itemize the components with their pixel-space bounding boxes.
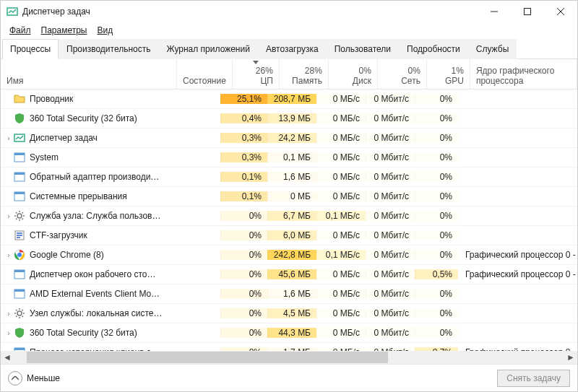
horizontal-scrollbar[interactable]: ◄ ►: [1, 351, 577, 364]
menu-view[interactable]: Вид: [92, 24, 117, 37]
fewer-details-button[interactable]: Меньше: [8, 371, 60, 386]
close-button[interactable]: [544, 1, 577, 22]
cell-memory: 6,7 МБ: [267, 211, 316, 221]
chevron-up-icon: [8, 371, 22, 386]
cell-network: 0 Мбит/с: [366, 172, 415, 182]
svg-rect-11: [14, 192, 25, 194]
cell-cpu: 0,4%: [220, 113, 267, 123]
svg-rect-9: [14, 173, 25, 175]
process-icon: [14, 210, 25, 222]
col-state[interactable]: Состояние: [177, 59, 233, 89]
cell-network: 0 Мбит/с: [366, 191, 415, 201]
cell-cpu: 0%: [220, 230, 267, 240]
process-name: CTF-загрузчик: [30, 230, 87, 240]
process-icon: [14, 269, 25, 280]
tab-processes[interactable]: Процессы: [2, 39, 59, 59]
cell-memory: 4,5 МБ: [267, 308, 316, 318]
cell-gpu-engine: Графический процессор 0 - 3: [458, 250, 577, 260]
scroll-right-icon[interactable]: ►: [564, 351, 577, 364]
cell-network: 0 Мбит/с: [366, 113, 415, 123]
cell-network: 0 Мбит/с: [366, 289, 415, 299]
cell-memory: 0 МБ: [267, 191, 316, 201]
process-name: Проводник: [30, 94, 73, 104]
table-row[interactable]: Обратный адаптер производи…0,1%1,6 МБ0 М…: [1, 167, 577, 187]
process-icon: [14, 191, 25, 202]
cell-cpu: 0%: [220, 211, 267, 221]
table-row[interactable]: Диспетчер окон рабочего сто…0%45,6 МБ0 М…: [1, 265, 577, 284]
table-row[interactable]: Системные прерывания0,1%0 МБ0 МБ/с0 Мбит…: [1, 187, 577, 206]
cell-disk: 0 МБ/с: [316, 328, 366, 338]
cell-disk: 0 МБ/с: [316, 94, 366, 104]
cell-disk: 0 МБ/с: [316, 133, 366, 143]
end-task-button[interactable]: Снять задачу: [497, 370, 570, 387]
tab-apphistory[interactable]: Журнал приложений: [159, 39, 258, 59]
cell-gpu: 0%: [415, 133, 458, 143]
process-name: Системные прерывания: [30, 191, 127, 201]
grid-body[interactable]: Проводник25,1%208,7 МБ0 МБ/с0 Мбит/с0%36…: [1, 90, 577, 351]
cell-network: 0 Мбит/с: [366, 133, 415, 143]
cell-memory: 242,8 МБ: [267, 250, 316, 260]
col-gpu-engine[interactable]: Ядро графического процессора: [470, 59, 577, 89]
maximize-button[interactable]: [511, 1, 544, 22]
process-icon: [14, 288, 25, 300]
cell-gpu: 0%: [415, 211, 458, 221]
svg-rect-2: [525, 9, 531, 15]
svg-point-12: [17, 214, 22, 218]
process-icon: [14, 171, 25, 183]
table-row[interactable]: ›Узел службы: локальная систе…0%4,5 МБ0 …: [1, 304, 577, 323]
scroll-left-icon[interactable]: ◄: [1, 351, 14, 364]
scrollbar-thumb[interactable]: [27, 352, 388, 363]
cell-memory: 6,0 МБ: [267, 230, 316, 240]
table-row[interactable]: ›360 Total Security (32 бита)0%44,3 МБ0 …: [1, 323, 577, 343]
cell-gpu: 0%: [415, 172, 458, 182]
cell-network: 0 Мбит/с: [366, 94, 415, 104]
cell-gpu: 0%: [415, 152, 458, 162]
table-row[interactable]: ›Google Chrome (8)0%242,8 МБ0,1 МБ/с0 Мб…: [1, 245, 577, 265]
cell-cpu: 0%: [220, 269, 267, 279]
col-memory[interactable]: 28%Память: [280, 59, 329, 89]
expand-icon[interactable]: ›: [4, 134, 14, 142]
cell-gpu: 0%: [415, 113, 458, 123]
app-icon: [7, 6, 18, 17]
menubar: Файл Параметры Вид: [1, 22, 577, 38]
col-cpu[interactable]: 26%ЦП: [233, 59, 280, 89]
expand-icon[interactable]: ›: [4, 251, 14, 259]
cell-memory: 208,7 МБ: [267, 94, 316, 104]
col-name[interactable]: Имя: [1, 59, 177, 89]
expand-icon[interactable]: ›: [4, 310, 14, 318]
expand-icon[interactable]: ›: [4, 212, 14, 220]
menu-file[interactable]: Файл: [5, 24, 35, 37]
process-name: Google Chrome (8): [30, 250, 104, 260]
table-row[interactable]: CTF-загрузчик0%6,0 МБ0 МБ/с0 Мбит/с0%: [1, 226, 577, 245]
process-icon: [14, 249, 25, 261]
table-row[interactable]: ›Диспетчер задач0,3%24,2 МБ0 МБ/с0 Мбит/…: [1, 129, 577, 148]
cell-disk: 0 МБ/с: [316, 113, 366, 123]
table-row[interactable]: AMD External Events Client Mo…0%1,6 МБ0 …: [1, 284, 577, 304]
table-row[interactable]: Проводник25,1%208,7 МБ0 МБ/с0 Мбит/с0%: [1, 90, 577, 109]
tab-startup[interactable]: Автозагрузка: [258, 39, 327, 59]
cell-gpu: 0%: [415, 250, 458, 260]
svg-rect-22: [14, 348, 25, 350]
table-row[interactable]: ›Служба узла: Служба пользов…0%6,7 МБ0,1…: [1, 206, 577, 226]
col-network[interactable]: 0%Сеть: [378, 59, 427, 89]
tab-services[interactable]: Службы: [468, 39, 517, 59]
table-row[interactable]: Процесс исполнения клиент-с…0%1,7 МБ0 МБ…: [1, 343, 577, 351]
col-disk[interactable]: 0%Диск: [329, 59, 378, 89]
cell-disk: 0 МБ/с: [316, 172, 366, 182]
tab-users[interactable]: Пользователи: [327, 39, 399, 59]
window-title: Диспетчер задач: [22, 6, 478, 17]
fewer-details-label: Меньше: [27, 373, 60, 383]
cell-memory: 13,9 МБ: [267, 113, 316, 123]
expand-icon[interactable]: ›: [4, 329, 14, 337]
minimize-button[interactable]: [478, 1, 511, 22]
cell-cpu: 25,1%: [220, 94, 267, 104]
menu-options[interactable]: Параметры: [37, 24, 92, 37]
process-icon: [14, 230, 25, 241]
table-row[interactable]: System0,3%0,1 МБ0 МБ/с0 Мбит/с0%: [1, 148, 577, 167]
tab-performance[interactable]: Производительность: [59, 39, 158, 59]
col-gpu[interactable]: 1%GPU: [427, 59, 470, 89]
cell-cpu: 0,3%: [220, 133, 267, 143]
table-row[interactable]: 360 Total Security (32 бита)0,4%13,9 МБ0…: [1, 109, 577, 129]
tab-details[interactable]: Подробности: [399, 39, 468, 59]
cell-network: 0 Мбит/с: [366, 308, 415, 318]
